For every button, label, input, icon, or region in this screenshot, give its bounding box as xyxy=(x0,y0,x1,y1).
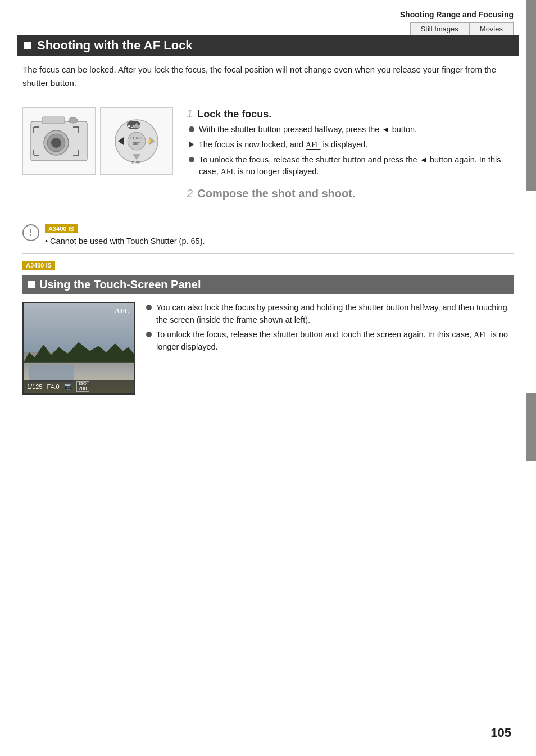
note-icon: ! xyxy=(22,224,39,241)
note-text-content: Cannot be used with Touch Shutter (p. 65… xyxy=(50,237,205,246)
steps-col: 1 Lock the focus. With the shutter butto… xyxy=(187,107,514,209)
intro-text: The focus can be locked. After you lock … xyxy=(22,63,514,90)
section2-icon xyxy=(28,281,35,288)
camera-diagram-svg xyxy=(25,110,93,172)
section1-title-bar: Shooting with the AF Lock xyxy=(17,35,519,56)
divider-3 xyxy=(22,253,514,254)
button-diagram-svg: AUTO DISP. FUNC. SET ⚡ xyxy=(111,116,162,166)
section2-model-badge: A3400 IS xyxy=(22,261,55,270)
bullet-1-3-text: To unlock the focus, release the shutter… xyxy=(199,154,514,179)
touch-bullet-1: You can also lock the focus by pressing … xyxy=(146,302,514,327)
touch-bullet-2-text: To unlock the focus, release the shutter… xyxy=(156,329,514,354)
touch-bullet-circle-1 xyxy=(146,305,152,310)
svg-text:⚡: ⚡ xyxy=(147,138,153,144)
screen-preview: AFL 1/125 F4.0 📷 ISO 200 xyxy=(22,302,135,395)
header-title: Shooting Range and Focusing xyxy=(400,10,514,19)
camera-images-col: AUTO DISP. FUNC. SET ⚡ xyxy=(22,107,173,209)
divider-1 xyxy=(22,99,514,99)
section2-title-bar: Using the Touch-Screen Panel xyxy=(22,275,514,294)
bullet-1-1-text: With the shutter button pressed halfway,… xyxy=(199,124,417,136)
aperture: F4.0 xyxy=(47,383,60,390)
page-number: 105 xyxy=(490,726,511,740)
touch-content: AFL 1/125 F4.0 📷 ISO 200 You can also xyxy=(22,302,514,395)
note-text: • Cannot be used with Touch Shutter (p. … xyxy=(45,236,514,248)
screen-status-bar: 1/125 F4.0 📷 ISO 200 xyxy=(24,380,134,393)
shutter-speed: 1/125 xyxy=(27,383,43,390)
section2-model-badge-wrapper: A3400 IS xyxy=(22,260,514,272)
button-diagram: AUTO DISP. FUNC. SET ⚡ xyxy=(100,107,173,175)
bullet-1-1: With the shutter button pressed halfway,… xyxy=(189,124,514,136)
svg-text:FUNC.: FUNC. xyxy=(130,136,142,140)
divider-2 xyxy=(22,215,514,215)
afl-text-1: AFL xyxy=(306,141,320,149)
section2-title: Using the Touch-Screen Panel xyxy=(39,278,201,291)
bullet-triangle-icon xyxy=(189,141,194,148)
step1-body: With the shutter button pressed halfway,… xyxy=(187,124,514,178)
screen-preview-inner: AFL 1/125 F4.0 📷 ISO 200 xyxy=(24,303,134,393)
touch-bullet-circle-2 xyxy=(146,332,152,337)
screen-afl-label: AFL xyxy=(115,306,129,315)
note-section: ! A3400 IS • Cannot be used with Touch S… xyxy=(22,223,514,248)
bullet-circle-icon xyxy=(189,126,194,132)
bullet-1-2-text: The focus is now locked, and AFL is disp… xyxy=(198,139,367,151)
steps-area: AUTO DISP. FUNC. SET ⚡ xyxy=(22,107,514,209)
svg-text:DISP.: DISP. xyxy=(131,161,141,165)
touch-bullet-2: To unlock the focus, release the shutter… xyxy=(146,329,514,354)
note-model-badge: A3400 IS xyxy=(45,224,78,233)
mode-tabs: Still Images Movies xyxy=(0,22,536,35)
tab-still-images[interactable]: Still Images xyxy=(410,22,469,35)
sidebar-tab-upper xyxy=(526,0,536,191)
step2-number: 2 xyxy=(187,187,193,200)
note-content: A3400 IS • Cannot be used with Touch Shu… xyxy=(45,223,514,248)
page-header: Shooting Range and Focusing xyxy=(0,0,536,22)
svg-text:SET: SET xyxy=(133,142,140,146)
section1-icon xyxy=(24,42,31,49)
touch-bullets: You can also lock the focus by pressing … xyxy=(146,302,514,395)
sidebar-tab-lower xyxy=(526,393,536,461)
svg-point-4 xyxy=(51,138,61,148)
tab-movies[interactable]: Movies xyxy=(469,22,514,35)
step1-number: 1 xyxy=(187,107,193,120)
afl-text-2: AFL xyxy=(221,168,235,176)
touch-bullet-1-text: You can also lock the focus by pressing … xyxy=(156,302,514,327)
bullet-1-3: To unlock the focus, release the shutter… xyxy=(189,154,514,179)
step1-title: Lock the focus. xyxy=(197,108,271,120)
camera-diagram xyxy=(22,107,96,175)
camera-icon: 📷 xyxy=(64,383,72,390)
svg-point-5 xyxy=(69,117,78,123)
svg-point-22 xyxy=(128,132,146,150)
bullet-circle-icon-2 xyxy=(189,157,194,162)
step-2: 2 Compose the shot and shoot. xyxy=(187,187,514,200)
bullet-1-2: The focus is now locked, and AFL is disp… xyxy=(189,139,514,151)
step-1: 1 Lock the focus. With the shutter butto… xyxy=(187,107,514,178)
section1-title: Shooting with the AF Lock xyxy=(37,38,193,53)
svg-rect-1 xyxy=(42,117,65,124)
main-content: The focus can be locked. After you lock … xyxy=(0,63,536,395)
afl-text-3: AFL xyxy=(474,331,488,339)
iso-badge: ISO 200 xyxy=(76,381,89,392)
step2-title: Compose the shot and shoot. xyxy=(197,187,355,200)
